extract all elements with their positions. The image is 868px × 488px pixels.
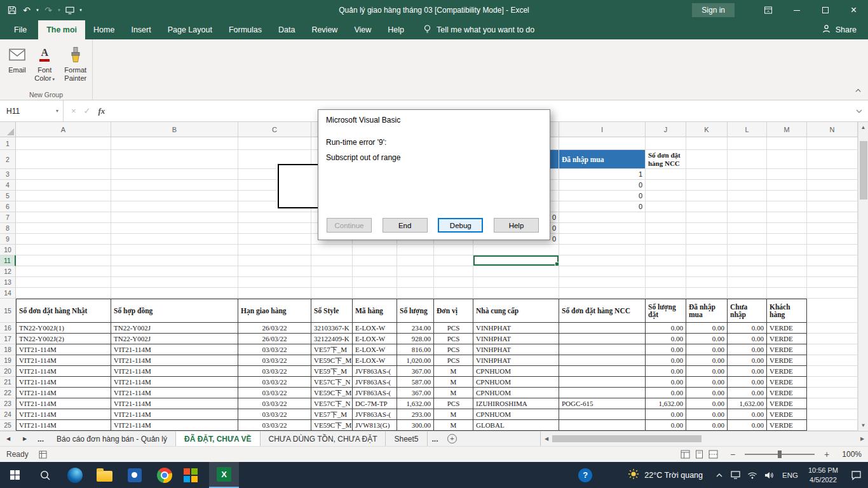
cell-E16[interactable]: E-LOX-W — [353, 323, 397, 334]
cell-N7[interactable] — [807, 212, 858, 223]
cell-B6[interactable] — [111, 201, 238, 212]
cell-I4[interactable]: 0 — [559, 180, 646, 191]
undo-dropdown-icon[interactable]: ▾ — [34, 2, 41, 18]
cell-C17[interactable]: 26/03/22 — [238, 334, 311, 344]
cell-J12[interactable] — [646, 266, 686, 277]
cell-H13[interactable] — [473, 277, 559, 288]
store-icon[interactable] — [119, 462, 149, 488]
cell-D21[interactable]: VE57C下_N — [311, 377, 353, 388]
cell-N12[interactable] — [807, 266, 858, 277]
cell-M8[interactable] — [767, 223, 807, 234]
cell-A7[interactable] — [16, 212, 111, 223]
sheet-tabs-overflow-left[interactable]: ... — [33, 431, 48, 446]
cell-L11[interactable] — [728, 255, 767, 266]
cell-M7[interactable] — [767, 212, 807, 223]
cell-D18[interactable]: VE57下_M — [311, 344, 353, 355]
cell-M16[interactable]: VERDE — [767, 323, 807, 334]
cell-J3[interactable] — [646, 169, 686, 180]
ribbon-tab-view[interactable]: View — [346, 20, 379, 39]
cell-A3[interactable] — [16, 169, 111, 180]
cell-G19[interactable]: PCS — [434, 355, 473, 366]
customize-quick-access-icon[interactable]: ▾ — [78, 2, 84, 18]
cell-N19[interactable] — [807, 355, 858, 366]
cell-F18[interactable]: 816.00 — [397, 344, 434, 355]
ribbon-display-options-icon[interactable] — [754, 0, 782, 20]
cell-I15[interactable]: Số đơn đặt hàng NCC — [559, 299, 646, 323]
undo-icon[interactable]: ↶ — [20, 2, 34, 18]
sheet-nav-left-icon[interactable]: ◀ — [0, 431, 17, 446]
row-header-22[interactable]: 22 — [0, 388, 16, 398]
cell-A5[interactable] — [16, 191, 111, 201]
cell-H24[interactable]: CPNHUOM — [473, 409, 559, 420]
cell-M2[interactable] — [767, 150, 807, 169]
cell-J24[interactable]: 0.00 — [646, 409, 686, 420]
cell-C12[interactable] — [238, 266, 311, 277]
cell-B15[interactable]: Số hợp đồng — [111, 299, 238, 323]
cell-F25[interactable]: 300.00 — [397, 420, 434, 431]
cell-B11[interactable] — [111, 255, 238, 266]
cell-C24[interactable]: 03/03/22 — [238, 409, 311, 420]
cell-B4[interactable] — [111, 180, 238, 191]
cell-C7[interactable] — [238, 212, 311, 223]
cell-B5[interactable] — [111, 191, 238, 201]
horizontal-scrollbar[interactable]: ◀ ▶ — [540, 431, 868, 446]
cell-B17[interactable]: TN22-Y002J — [111, 334, 238, 344]
cell-N24[interactable] — [807, 409, 858, 420]
cell-N11[interactable] — [807, 255, 858, 266]
cell-G11[interactable] — [434, 255, 473, 266]
cell-K15[interactable]: Đã nhập mua — [686, 299, 728, 323]
cell-F11[interactable] — [397, 255, 434, 266]
cell-A10[interactable] — [16, 245, 111, 255]
cell-L7[interactable] — [728, 212, 767, 223]
cell-D25[interactable]: VE59C下_M — [311, 420, 353, 431]
cell-C14[interactable] — [238, 288, 311, 299]
cell-F13[interactable] — [397, 277, 434, 288]
cell-J19[interactable]: 0.00 — [646, 355, 686, 366]
cell-K7[interactable] — [686, 212, 728, 223]
cell-I24[interactable] — [559, 409, 646, 420]
cell-G25[interactable]: M — [434, 420, 473, 431]
cell-M6[interactable] — [767, 201, 807, 212]
name-box[interactable]: H11 ▾ — [0, 100, 64, 121]
cell-G21[interactable]: M — [434, 377, 473, 388]
cell-K18[interactable]: 0.00 — [686, 344, 728, 355]
cell-M5[interactable] — [767, 191, 807, 201]
cell-M21[interactable]: VERDE — [767, 377, 807, 388]
scroll-down-icon[interactable]: ▼ — [861, 420, 866, 431]
cell-N16[interactable] — [807, 323, 858, 334]
ribbon-tab-help[interactable]: Help — [379, 20, 412, 39]
cell-F19[interactable]: 1,020.00 — [397, 355, 434, 366]
cell-D11[interactable] — [311, 255, 353, 266]
cell-F12[interactable] — [397, 266, 434, 277]
scroll-up-icon[interactable]: ▲ — [861, 122, 866, 133]
cell-I19[interactable] — [559, 355, 646, 366]
ribbon-tab-home[interactable]: Home — [85, 20, 123, 39]
cell-J16[interactable]: 0.00 — [646, 323, 686, 334]
cell-G22[interactable]: M — [434, 388, 473, 398]
cell-J4[interactable] — [646, 180, 686, 191]
cell-J11[interactable] — [646, 255, 686, 266]
minimize-button[interactable] — [782, 0, 811, 20]
cell-I8[interactable] — [559, 223, 646, 234]
row-header-4[interactable]: 4 — [0, 180, 16, 191]
cell-L16[interactable]: 0.00 — [728, 323, 767, 334]
cell-N9[interactable] — [807, 234, 858, 245]
cell-K24[interactable]: 0.00 — [686, 409, 728, 420]
cell-J23[interactable]: 1,632.00 — [646, 398, 686, 409]
cell-B25[interactable]: VIT21-114M — [111, 420, 238, 431]
cell-I6[interactable]: 0 — [559, 201, 646, 212]
cell-E10[interactable] — [353, 245, 397, 255]
cell-A24[interactable]: VIT21-114M — [16, 409, 111, 420]
cell-E24[interactable]: JVF863AS-( — [353, 409, 397, 420]
row-header-18[interactable]: 18 — [0, 344, 16, 355]
cell-I9[interactable] — [559, 234, 646, 245]
cell-M12[interactable] — [767, 266, 807, 277]
cell-C21[interactable]: 03/03/22 — [238, 377, 311, 388]
column-header-M[interactable]: M — [767, 122, 807, 137]
cell-A19[interactable]: VIT21-114M — [16, 355, 111, 366]
zoom-out-icon[interactable]: − — [729, 449, 736, 459]
cell-D24[interactable]: VE57下_M — [311, 409, 353, 420]
cell-L17[interactable]: 0.00 — [728, 334, 767, 344]
ribbon-tab-review[interactable]: Review — [303, 20, 346, 39]
row-header-11[interactable]: 11 — [0, 255, 16, 266]
